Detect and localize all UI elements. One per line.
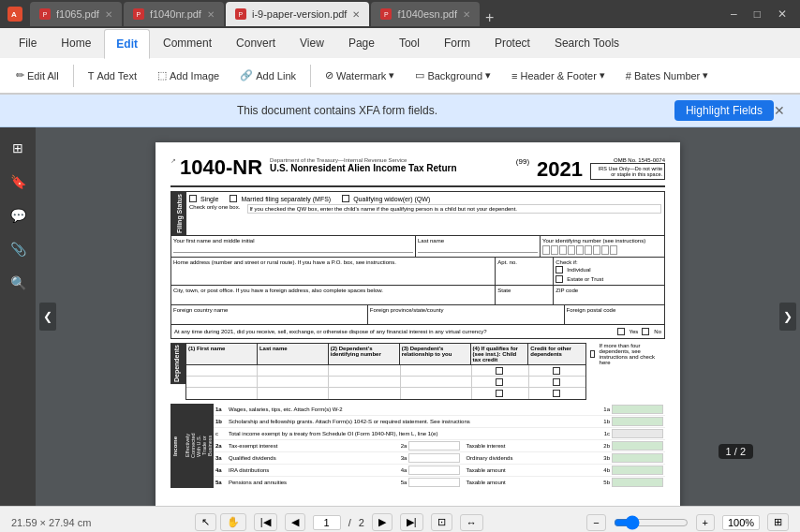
foreign-postal-field[interactable] [567, 313, 662, 322]
state-field[interactable] [497, 293, 551, 303]
prev-page-button[interactable]: ❮ [39, 303, 56, 331]
qw-checkbox[interactable] [342, 195, 349, 202]
yes-checkbox[interactable] [617, 328, 625, 335]
dep-more-checkbox[interactable] [590, 350, 595, 358]
tab-comment[interactable]: Comment [152, 28, 223, 58]
tab-close[interactable]: ✕ [105, 9, 112, 20]
income-input-4a[interactable] [408, 466, 460, 475]
dropdown-icon: ▾ [389, 69, 394, 81]
zip-field[interactable] [556, 293, 662, 303]
maximize-button[interactable]: □ [748, 6, 766, 22]
income-input-2b[interactable] [612, 441, 663, 451]
qw-label: Qualifying widow(er) (QW) [353, 196, 430, 202]
estate-trust-checkbox[interactable] [556, 275, 563, 283]
dependents-header: (1) First name Last name (2) Dependent's… [186, 344, 585, 365]
income-input-2a[interactable] [408, 441, 460, 451]
row-desc-4b: Taxable amount [466, 467, 603, 473]
notification-close-button[interactable]: ✕ [774, 103, 785, 118]
virtual-currency-row: At any time during 2021, did you receive… [170, 325, 665, 339]
tab-close[interactable]: ✕ [463, 9, 470, 20]
page-number-input[interactable] [313, 515, 341, 530]
fit-page-button[interactable]: ⊡ [431, 513, 452, 531]
income-input-3b[interactable] [612, 453, 663, 463]
no-checkbox[interactable] [642, 328, 649, 335]
tab-edit[interactable]: Edit [104, 29, 150, 59]
tab-form[interactable]: Form [433, 28, 481, 58]
hand-tool-button[interactable]: ✋ [220, 513, 246, 531]
zoom-out-button[interactable]: − [586, 514, 605, 531]
last-page-button[interactable]: ▶| [400, 513, 423, 531]
header-footer-button[interactable]: ≡ Header & Footer ▾ [503, 66, 614, 85]
next-page-button[interactable]: ❯ [779, 303, 796, 331]
income-input-1a[interactable] [612, 405, 663, 414]
new-tab-button[interactable]: + [481, 9, 497, 26]
individual-checkbox[interactable] [556, 266, 563, 273]
bookmarks-icon[interactable]: 🔖 [5, 169, 31, 195]
income-input-4b[interactable] [612, 466, 663, 475]
attachments-icon[interactable]: 📎 [5, 236, 31, 262]
zoom-input[interactable] [722, 515, 760, 530]
search-icon[interactable]: 🔍 [5, 270, 31, 296]
tab-f1040esn[interactable]: P f1040esn.pdf ✕ [371, 2, 480, 26]
form-prefix: ↗ [170, 157, 176, 165]
tab-file[interactable]: File [7, 28, 48, 58]
foreign-country-field[interactable] [173, 313, 365, 322]
view-mode-button[interactable]: ⊞ [767, 513, 789, 531]
address-row: Home address (number and street or rural… [170, 258, 665, 286]
mfs-option: Married filing separately (MFS) [230, 195, 331, 202]
tab-close[interactable]: ✕ [352, 9, 360, 20]
image-icon: ⬚ [157, 69, 167, 81]
single-label: Single [200, 196, 218, 202]
add-link-button[interactable]: 🔗 Add Link [231, 66, 304, 85]
tab-close[interactable]: ✕ [207, 9, 215, 20]
tab-tool[interactable]: Tool [388, 28, 431, 58]
first-page-button[interactable]: |◀ [254, 513, 277, 531]
income-input-5a[interactable] [408, 478, 460, 487]
zoom-slider[interactable] [614, 515, 689, 530]
home-address-field[interactable] [173, 265, 493, 274]
fit-width-button[interactable]: ↔ [460, 514, 483, 531]
tab-home[interactable]: Home [50, 28, 102, 58]
background-button[interactable]: ▭ Background ▾ [407, 66, 499, 85]
bates-number-button[interactable]: # Bates Number ▾ [617, 66, 717, 85]
minimize-button[interactable]: – [725, 6, 743, 22]
add-image-button[interactable]: ⬚ Add Image [149, 66, 228, 85]
apt-no-field[interactable] [497, 265, 551, 274]
tab-f1040nr[interactable]: P f1040nr.pdf ✕ [124, 2, 224, 26]
add-text-label: Add Text [96, 70, 137, 81]
single-checkbox[interactable] [189, 195, 197, 202]
income-input-1b[interactable] [612, 417, 663, 426]
tab-view[interactable]: View [289, 28, 335, 58]
comments-icon[interactable]: 💬 [5, 202, 31, 229]
cursor-select-button[interactable]: ↖ [195, 513, 216, 531]
pages-icon[interactable]: ⊞ [5, 135, 31, 161]
income-input-5b[interactable] [612, 478, 663, 487]
zoom-in-button[interactable]: + [696, 514, 715, 531]
header-icon: ≡ [511, 70, 517, 81]
tab-search-tools[interactable]: Search Tools [543, 28, 630, 58]
individual-label: Individual [567, 267, 590, 273]
city-field[interactable] [173, 293, 493, 303]
highlight-fields-button[interactable]: Highlight Fields [674, 100, 774, 121]
income-input-3a[interactable] [408, 453, 460, 463]
yes-label: Yes [630, 329, 639, 334]
tab-page[interactable]: Page [337, 28, 386, 58]
prev-page-nav-button[interactable]: ◀ [285, 513, 305, 531]
row-desc-3a: Qualified dividends [229, 455, 401, 461]
tab-protect[interactable]: Protect [483, 28, 541, 58]
add-text-button[interactable]: T Add Text [80, 66, 145, 85]
first-name-field[interactable] [173, 244, 413, 253]
separator [73, 65, 74, 87]
close-button[interactable]: ✕ [772, 6, 793, 22]
foreign-province-field[interactable] [370, 313, 562, 322]
watermark-button[interactable]: ⊘ Watermark ▾ [317, 66, 403, 85]
tab-f1065[interactable]: P f1065.pdf ✕ [30, 2, 122, 26]
income-input-1c[interactable] [612, 429, 663, 438]
edit-all-button[interactable]: ✏ Edit All [7, 66, 67, 85]
last-name-field[interactable] [418, 244, 538, 253]
tab-i9[interactable]: P i-9-paper-version.pdf ✕ [226, 2, 370, 26]
mfs-checkbox[interactable] [230, 195, 237, 202]
tab-label: f1040nr.pdf [150, 8, 201, 20]
tab-convert[interactable]: Convert [225, 28, 287, 58]
next-page-nav-button[interactable]: ▶ [372, 513, 393, 531]
